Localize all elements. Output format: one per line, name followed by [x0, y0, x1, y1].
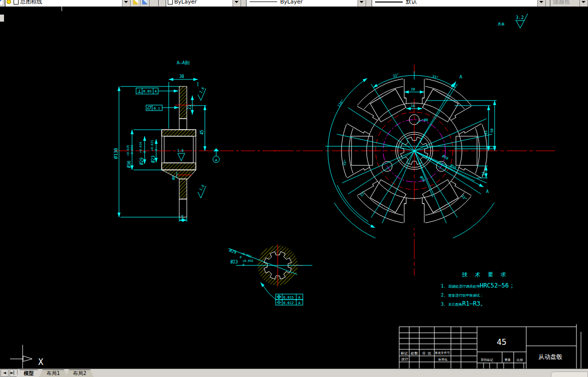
- svg-text:0: 0: [143, 151, 146, 153]
- tab-nav-prev-button[interactable]: ◄: [1, 369, 9, 377]
- make-layer-current-button[interactable]: [0, 0, 5, 7]
- cad-window: 总图框线 ByLayer ByLayer 默认 随颜色: [0, 0, 588, 377]
- svg-text:1.6: 1.6: [199, 184, 205, 192]
- linetype-combo-value: ByLayer: [280, 0, 303, 5]
- dim-dia8: Ø8: [424, 118, 428, 122]
- title-block: 标记 处数 分 区 更改文件号 设计 标准化 阶段标记 重量 比例 45 从动盘…: [399, 324, 581, 368]
- dim-120: 120°: [337, 99, 345, 108]
- dropdown-arrow-icon[interactable]: [537, 0, 545, 7]
- roughness-mark: 1.6: [198, 86, 206, 101]
- section-mark-bottom: A: [486, 189, 489, 194]
- svg-text:更改文件号: 更改文件号: [435, 351, 450, 354]
- tech-req-line: 2、需要进行动平衡测试；: [441, 293, 483, 298]
- svg-text:+0.052: +0.052: [243, 259, 254, 262]
- svg-text:-0.064: -0.064: [130, 145, 134, 156]
- svg-text:Ø23: Ø23: [151, 155, 156, 163]
- symmetry-tolerance-frame: 0.012 A: [276, 300, 303, 305]
- svg-text:标记: 标记: [400, 351, 408, 355]
- ucs-x-label: X: [38, 357, 44, 367]
- svg-text:+0.025: +0.025: [126, 145, 130, 156]
- layout-tabbar: ◄ ►▏ 模型 布局1 布局2: [0, 368, 588, 377]
- section-mark-top: A: [459, 74, 462, 79]
- svg-text:0: 0: [243, 263, 245, 266]
- dropdown-arrow-icon[interactable]: [358, 0, 366, 7]
- layer-combo[interactable]: 总图框线: [5, 0, 131, 7]
- linetype-preview: [250, 2, 277, 2]
- position-icon: [277, 295, 281, 299]
- svg-text:分 区: 分 区: [422, 351, 431, 355]
- svg-text:设计: 设计: [401, 357, 408, 361]
- dim-33-bottomright: 33°: [460, 194, 467, 202]
- layers-button[interactable]: [132, 0, 141, 7]
- ucs-icon: X: [10, 356, 44, 367]
- front-view: A A 33° 33° 120° 33° 33° 33° 20 16 Ø8: [274, 64, 555, 275]
- technical-requirements: 技 术 要 求 1、花键处进行调质处理HRC52—56； 2、需要进行动平衡测试…: [441, 271, 515, 307]
- surface-finish-note: 其余 3.2: [498, 14, 528, 28]
- lineweight-preview: [375, 2, 403, 3]
- dim-dia36: Ø36 +0.025 -0.064: [126, 145, 134, 168]
- dim-30: 30: [179, 74, 184, 79]
- dim-20: 20: [411, 87, 415, 91]
- tab-model[interactable]: 模型: [16, 369, 41, 377]
- spline-detail-view: Ø29 +0.062 0 Ø23 +0.052 0 0.015 A: [228, 244, 312, 305]
- perpendicularity-frame: 0.05 A: [136, 88, 178, 94]
- flatness-icon: [148, 107, 152, 110]
- dim-dia23: Ø23 +0.021 0: [150, 140, 158, 163]
- dropdown-arrow-icon: [579, 0, 587, 7]
- perpendicularity-icon: [138, 89, 141, 92]
- dropdown-arrow-icon[interactable]: [232, 0, 241, 7]
- layers-icon: [133, 0, 138, 5]
- material-label: 45: [497, 337, 506, 347]
- dim-16: 16: [411, 104, 415, 108]
- layer-previous-icon: [142, 0, 147, 5]
- plotstyle-combo-value: 随颜色: [553, 0, 570, 6]
- statusbar-corner: [551, 371, 588, 377]
- tech-req-line: 3、未注圆角R1—R3。: [441, 300, 487, 307]
- dim-45-right: 45: [484, 131, 488, 135]
- dim-dia29: Ø29 +0.024 0: [139, 142, 146, 165]
- tech-req-title: 技 术 要 求: [462, 271, 508, 278]
- svg-text:处数: 处数: [411, 351, 418, 355]
- layer-color-swatch: [14, 0, 19, 5]
- datum-flag: A: [213, 148, 219, 163]
- lineweight-combo[interactable]: 默认: [372, 0, 546, 7]
- part-name-label: 从动盘毂: [538, 353, 562, 360]
- dropdown-arrow-icon[interactable]: [122, 0, 130, 7]
- svg-text:1.6: 1.6: [177, 149, 184, 153]
- lineweight-combo-value: 默认: [406, 0, 417, 6]
- linetype-combo[interactable]: ByLayer: [246, 0, 366, 7]
- svg-text:0.05: 0.05: [143, 89, 152, 93]
- section-view-title: A—A剖: [177, 60, 189, 65]
- dim-dia10: Ø10: [441, 154, 449, 161]
- color-combo-value: ByLayer: [174, 0, 197, 5]
- drawing-frame: [0, 7, 62, 368]
- tab-layout1[interactable]: 布局1: [39, 369, 67, 377]
- svg-text:0.012: 0.012: [283, 301, 294, 305]
- object-properties-toolbar: 总图框线 ByLayer ByLayer 默认 随颜色: [0, 0, 588, 7]
- svg-text:Ø29: Ø29: [228, 247, 237, 254]
- svg-text:0.1: 0.1: [154, 107, 160, 111]
- dim-dia130: Ø130: [113, 148, 119, 159]
- svg-text:0.015: 0.015: [283, 296, 294, 300]
- surface-finish-rest-label: 其余: [498, 22, 505, 26]
- toolbar-separator: [158, 0, 160, 6]
- color-swatch: [168, 0, 173, 5]
- layer-previous-button[interactable]: [141, 0, 150, 7]
- roughness-mark: 1.6: [198, 184, 206, 198]
- layer-combo-value: 总图框线: [20, 0, 42, 6]
- svg-text:比例: 比例: [517, 358, 523, 362]
- tab-nav-next-button[interactable]: ►▏: [10, 369, 18, 377]
- surface-finish-value: 3.2: [516, 15, 524, 20]
- svg-text:A: A: [155, 89, 157, 93]
- dim-45-left: 45: [200, 130, 204, 135]
- color-combo[interactable]: ByLayer: [166, 0, 241, 7]
- svg-text:阶段标记: 阶段标记: [481, 358, 493, 362]
- model-space-canvas[interactable]: 其余 3.2 A—A剖 30 Ø: [0, 7, 588, 368]
- dim-dia6: Ø6: [172, 176, 176, 180]
- dim-33-left: 33°: [342, 159, 348, 166]
- dim-5: 5: [181, 215, 184, 220]
- svg-text:A: A: [298, 301, 301, 305]
- drawing: 其余 3.2 A—A剖 30 Ø: [0, 7, 588, 368]
- flatness-frame: 0.1: [146, 105, 179, 111]
- tab-layout2[interactable]: 布局2: [65, 369, 93, 377]
